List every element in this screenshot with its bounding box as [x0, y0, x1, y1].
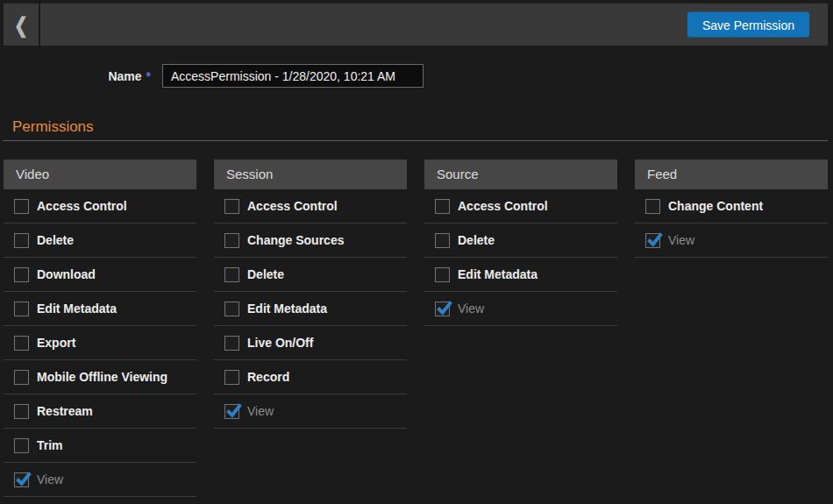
permission-item-source-edit-metadata[interactable]: Edit Metadata: [424, 258, 617, 292]
checkbox-unchecked-icon[interactable]: [645, 199, 660, 214]
checkbox-unchecked-icon[interactable]: [224, 302, 239, 316]
checkbox-unchecked-icon[interactable]: [435, 199, 450, 214]
checkbox-unchecked-icon[interactable]: [435, 233, 450, 248]
permission-item-label: Delete: [458, 233, 495, 247]
permission-item-label: Edit Metadata: [37, 302, 117, 316]
permission-item-source-delete[interactable]: Delete: [424, 224, 617, 258]
permission-item-video-download[interactable]: Download: [4, 258, 196, 292]
permission-item-label: View: [37, 472, 63, 486]
permission-item-video-edit-metadata[interactable]: Edit Metadata: [4, 292, 196, 326]
checkbox-unchecked-icon[interactable]: [224, 267, 239, 282]
name-label: Name: [108, 69, 141, 83]
checkbox-unchecked-icon[interactable]: [224, 199, 239, 214]
column-header-source: Source: [424, 160, 617, 189]
checkbox-checked-icon: [224, 404, 239, 419]
checkbox-unchecked-icon[interactable]: [14, 199, 29, 214]
permission-column-feed: FeedChange ContentView: [635, 160, 828, 497]
permission-column-source: SourceAccess ControlDeleteEdit MetadataV…: [424, 160, 617, 497]
save-permission-button[interactable]: Save Permission: [687, 12, 809, 38]
permission-item-source-view: View: [424, 292, 617, 326]
permission-item-label: View: [247, 404, 274, 418]
permission-item-session-live-on-off[interactable]: Live On/Off: [214, 326, 407, 360]
checkbox-unchecked-icon[interactable]: [14, 267, 29, 282]
checkbox-unchecked-icon[interactable]: [14, 302, 29, 316]
name-form-row: Name *: [0, 64, 424, 88]
permission-item-label: Edit Metadata: [458, 267, 538, 281]
permission-item-label: Mobile Offline Viewing: [37, 370, 167, 384]
permission-item-video-trim[interactable]: Trim: [4, 429, 196, 463]
permission-item-session-view: View: [214, 394, 407, 429]
permission-item-video-delete[interactable]: Delete: [4, 224, 196, 258]
section-divider: [3, 140, 828, 141]
permissions-section-title: Permissions: [12, 118, 94, 136]
checkbox-unchecked-icon[interactable]: [435, 267, 450, 282]
column-header-feed: Feed: [635, 160, 828, 189]
permission-item-label: Download: [37, 267, 96, 281]
column-header-video: Video: [4, 160, 196, 189]
permission-item-video-access-control[interactable]: Access Control: [4, 189, 196, 224]
permission-item-feed-change-content[interactable]: Change Content: [635, 189, 828, 224]
checkbox-unchecked-icon[interactable]: [224, 233, 239, 248]
checkbox-unchecked-icon[interactable]: [14, 336, 29, 351]
checkbox-unchecked-icon[interactable]: [224, 336, 239, 351]
permission-item-label: Record: [247, 370, 289, 384]
permission-column-video: VideoAccess ControlDeleteDownloadEdit Me…: [4, 160, 196, 497]
name-label-wrap: Name *: [0, 69, 151, 83]
checkbox-unchecked-icon[interactable]: [14, 438, 29, 453]
permission-item-session-delete[interactable]: Delete: [214, 258, 407, 292]
permission-item-session-edit-metadata[interactable]: Edit Metadata: [214, 292, 407, 326]
checkbox-unchecked-icon[interactable]: [14, 370, 29, 385]
permission-item-source-access-control[interactable]: Access Control: [424, 189, 617, 224]
column-header-session: Session: [214, 160, 407, 189]
permission-item-video-view: View: [4, 463, 196, 497]
permission-item-label: Live On/Off: [247, 336, 313, 350]
permission-item-label: Change Content: [668, 199, 763, 213]
permission-item-label: Export: [37, 336, 75, 350]
permission-item-video-mobile-offline-viewing[interactable]: Mobile Offline Viewing: [4, 360, 196, 394]
permission-item-label: Trim: [37, 438, 63, 452]
checkbox-checked-icon: [435, 302, 450, 316]
permission-item-video-export[interactable]: Export: [4, 326, 196, 360]
checkbox-unchecked-icon[interactable]: [224, 370, 239, 385]
permissions-grid: VideoAccess ControlDeleteDownloadEdit Me…: [4, 160, 828, 497]
permission-item-video-restream[interactable]: Restream: [4, 394, 196, 429]
permission-item-label: Restream: [37, 404, 93, 418]
required-asterisk: *: [146, 69, 151, 83]
back-chevron-icon: ❮: [14, 14, 28, 35]
checkbox-checked-icon: [14, 472, 29, 487]
checkbox-unchecked-icon[interactable]: [14, 233, 29, 248]
permission-item-session-change-sources[interactable]: Change Sources: [214, 224, 407, 258]
permission-item-session-access-control[interactable]: Access Control: [214, 189, 407, 224]
permission-item-session-record[interactable]: Record: [214, 360, 407, 394]
permission-item-label: View: [458, 302, 484, 316]
checkbox-unchecked-icon[interactable]: [14, 404, 29, 419]
permission-item-label: Delete: [37, 233, 74, 247]
permission-item-label: Delete: [247, 267, 284, 281]
top-toolbar: ❮ Save Permission: [4, 4, 828, 46]
permission-item-label: Access Control: [37, 199, 127, 213]
permission-item-label: Access Control: [458, 199, 548, 213]
permission-item-label: Change Sources: [247, 233, 344, 247]
permission-item-feed-view: View: [635, 224, 828, 258]
checkbox-checked-icon: [645, 233, 660, 248]
back-button[interactable]: ❮: [4, 4, 40, 46]
permission-item-label: Access Control: [247, 199, 338, 213]
permission-item-label: Edit Metadata: [247, 302, 327, 316]
permission-column-session: SessionAccess ControlChange SourcesDelet…: [214, 160, 407, 497]
name-input[interactable]: [162, 64, 424, 88]
permission-item-label: View: [668, 233, 694, 247]
